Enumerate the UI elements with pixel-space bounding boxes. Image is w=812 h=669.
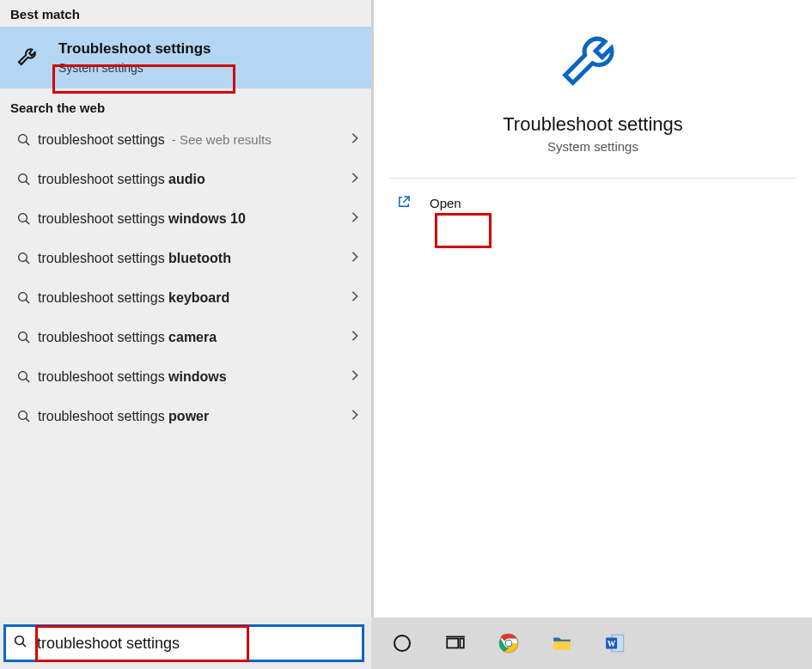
chevron-right-icon (344, 132, 359, 148)
web-result-item[interactable]: troubleshoot settings windows 10 (0, 199, 371, 239)
svg-point-9 (394, 636, 410, 651)
best-match-item[interactable]: Troubleshoot settings System settings (0, 27, 371, 88)
svg-point-2 (19, 214, 27, 222)
divider (389, 178, 797, 179)
web-result-label: troubleshoot settings windows (38, 369, 344, 385)
search-results-panel: Best match Troubleshoot settings System … (0, 0, 371, 669)
search-icon (13, 634, 28, 653)
search-icon (10, 132, 38, 148)
svg-rect-11 (460, 639, 463, 648)
file-explorer-icon[interactable] (548, 629, 576, 657)
chrome-icon[interactable] (495, 629, 522, 657)
svg-point-14 (506, 641, 512, 647)
web-result-label: troubleshoot settings camera (38, 330, 344, 345)
svg-point-0 (19, 135, 27, 143)
web-result-item[interactable]: troubleshoot settings camera (0, 318, 371, 357)
svg-point-3 (19, 253, 27, 262)
search-input[interactable] (28, 627, 355, 660)
web-result-label: troubleshoot settings keyboard (38, 290, 344, 306)
search-icon (10, 330, 38, 345)
search-web-header: Search the web (0, 88, 371, 120)
best-match-header: Best match (0, 0, 371, 27)
chevron-right-icon (344, 409, 359, 424)
search-box[interactable] (3, 624, 364, 662)
svg-text:W: W (607, 639, 616, 648)
search-icon (10, 409, 38, 424)
search-icon (10, 251, 38, 266)
web-result-label: troubleshoot settings windows 10 (38, 211, 344, 227)
svg-point-6 (19, 372, 27, 380)
search-icon (10, 211, 38, 227)
svg-point-4 (19, 293, 27, 301)
svg-point-1 (19, 174, 27, 183)
svg-point-8 (15, 636, 24, 645)
search-icon (10, 172, 38, 187)
chevron-right-icon (344, 330, 359, 345)
search-bar (0, 617, 371, 669)
word-icon[interactable]: W (601, 629, 629, 657)
cortana-circle-icon[interactable] (388, 629, 416, 657)
search-icon (10, 290, 38, 306)
chevron-right-icon (344, 172, 359, 187)
wrench-icon (10, 44, 48, 71)
web-results-section: Search the web troubleshoot settings - S… (0, 88, 371, 436)
search-icon (10, 369, 38, 385)
taskbar: W (371, 617, 812, 669)
web-result-item[interactable]: troubleshoot settings windows (0, 357, 371, 397)
svg-point-7 (19, 411, 27, 420)
web-result-label: troubleshoot settings power (38, 409, 344, 424)
chevron-right-icon (344, 290, 359, 306)
wrench-icon (556, 27, 630, 105)
web-result-label: troubleshoot settings audio (38, 172, 344, 187)
task-view-icon[interactable] (442, 629, 469, 657)
svg-rect-10 (447, 639, 458, 648)
web-result-item[interactable]: troubleshoot settings audio (0, 160, 371, 199)
best-match-subtitle: System settings (55, 60, 215, 76)
web-result-label: troubleshoot settings bluetooth (38, 251, 344, 266)
open-action[interactable]: Open (374, 184, 812, 222)
open-label: Open (427, 195, 464, 211)
preview-subtitle: System settings (547, 139, 638, 154)
web-result-item[interactable]: troubleshoot settings - See web results (0, 120, 371, 160)
web-result-item[interactable]: troubleshoot settings keyboard (0, 278, 371, 318)
svg-point-5 (19, 332, 27, 341)
preview-pane: Troubleshoot settings System settings Op… (371, 0, 812, 617)
best-match-title: Troubleshoot settings (55, 40, 215, 58)
web-result-item[interactable]: troubleshoot settings bluetooth (0, 239, 371, 278)
chevron-right-icon (344, 251, 359, 266)
preview-title: Troubleshoot settings (503, 113, 683, 136)
chevron-right-icon (344, 211, 359, 227)
web-result-label: troubleshoot settings - See web results (38, 132, 344, 148)
chevron-right-icon (344, 369, 359, 385)
open-external-icon (396, 194, 412, 212)
web-result-item[interactable]: troubleshoot settings power (0, 397, 371, 436)
